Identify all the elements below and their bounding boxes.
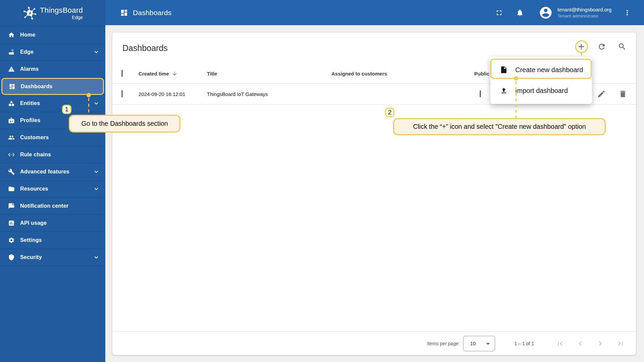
step2-badge: 2 — [385, 108, 394, 117]
user-menu[interactable]: tenant@thingsboard.org Tenant administra… — [539, 6, 616, 20]
people-icon — [8, 134, 15, 141]
column-header-assigned[interactable]: Assigned to customers — [331, 71, 474, 76]
sidebar-item-label: API usage — [20, 220, 47, 226]
sidebar-item-security[interactable]: Security — [0, 249, 105, 266]
last-page-icon — [616, 339, 625, 348]
folder-icon — [8, 186, 15, 192]
sidebar-item-alarms[interactable]: Alarms — [0, 61, 105, 78]
brand-name: ThingsBoard — [40, 7, 83, 14]
notifications-bell-icon — [516, 9, 524, 17]
select-all-checkbox[interactable] — [121, 70, 123, 77]
refresh-button[interactable] — [595, 40, 608, 53]
step2-menu-item-highlight-ring — [490, 59, 592, 79]
card-title: Dashboards — [122, 43, 168, 53]
sidebar-item-label: Home — [20, 32, 35, 38]
sidebar-item-label: Alarms — [20, 66, 39, 72]
page-title-group: Dashboards — [105, 9, 171, 17]
sidebar-item-label: Dashboards — [21, 84, 52, 90]
fullscreen-button[interactable] — [492, 6, 506, 19]
items-per-page-label: Items per page: — [427, 341, 460, 346]
public-checkbox[interactable] — [480, 90, 481, 97]
delete-dashboard-button[interactable] — [616, 87, 630, 101]
sidebar-item-label: Rule chains — [20, 152, 51, 158]
next-page-button[interactable] — [594, 337, 607, 350]
items-per-page-value: 10 — [470, 341, 476, 346]
dropdown-caret-icon — [486, 343, 490, 345]
sidebar-nav: Home Edge Alarms Dashboards Entities Pro… — [0, 27, 105, 266]
column-header-created-time[interactable]: Created time — [139, 71, 207, 76]
sidebar-item-api-usage[interactable]: API usage — [0, 215, 105, 232]
cell-created-time: 2024-09-20 16:12:01 — [139, 91, 207, 97]
topbar-actions: tenant@thingsboard.org Tenant administra… — [492, 6, 644, 20]
home-icon — [8, 32, 15, 38]
gear-icon — [8, 237, 15, 244]
upload-icon — [500, 87, 508, 95]
sidebar-item-edge[interactable]: Edge — [0, 44, 105, 61]
more-menu-button[interactable] — [623, 6, 631, 19]
next-page-icon — [596, 339, 605, 348]
step1-callout: Go to the Dashboards section — [69, 115, 180, 133]
sidebar-item-rule-chains[interactable]: Rule chains — [0, 146, 105, 163]
row-checkbox[interactable] — [121, 90, 123, 97]
notification-bubble-icon — [8, 203, 15, 209]
sidebar-item-label: Settings — [20, 237, 42, 243]
sidebar-item-label: Resources — [20, 186, 48, 192]
user-role: Tenant administrator — [557, 13, 616, 18]
top-bar: Dashboards tenant@thingsboard.org Tenant… — [105, 0, 644, 25]
router-icon — [8, 49, 15, 55]
sidebar-item-label: Customers — [20, 135, 49, 141]
brand-edition: Edge — [40, 15, 83, 20]
search-icon — [618, 42, 627, 51]
sort-arrow-down-icon — [172, 71, 177, 76]
step2-plus-highlight-ring — [575, 40, 588, 53]
sidebar: ThingsBoard Edge Home Edge Alarms Dashbo… — [0, 0, 105, 362]
badge-icon — [8, 117, 15, 124]
notifications-button[interactable] — [513, 6, 527, 19]
thingsboard-logo[interactable]: ThingsBoard Edge — [0, 0, 105, 27]
chart-box-icon — [8, 220, 15, 226]
dashboards-grid-icon — [9, 83, 15, 90]
prev-page-icon — [576, 339, 585, 348]
shield-icon — [8, 254, 15, 261]
chevron-down-icon — [93, 168, 100, 175]
ethernet-code-icon — [8, 151, 15, 158]
items-per-page-select[interactable]: 10 — [463, 336, 495, 351]
fullscreen-icon — [495, 9, 503, 17]
more-vert-icon — [623, 9, 631, 17]
sidebar-item-notification-center[interactable]: Notification center — [0, 198, 105, 215]
sidebar-item-home[interactable]: Home — [0, 27, 105, 44]
search-button[interactable] — [615, 40, 629, 53]
sidebar-item-entities[interactable]: Entities — [0, 95, 105, 112]
warning-triangle-icon — [8, 66, 15, 72]
dashboards-grid-icon — [120, 9, 128, 17]
step1-badge: 1 — [62, 105, 71, 114]
sidebar-item-advanced-features[interactable]: Advanced features — [0, 163, 105, 180]
paginator: Items per page: 10 1 – 1 of 1 — [112, 331, 636, 355]
last-page-button[interactable] — [614, 337, 627, 350]
prev-page-button[interactable] — [574, 337, 587, 350]
step2-dashed-line-top — [581, 53, 582, 57]
category-shapes-icon — [8, 100, 15, 107]
chevron-down-icon — [93, 100, 100, 107]
first-page-button[interactable] — [553, 337, 567, 350]
delete-trash-icon — [619, 90, 627, 98]
chevron-down-icon — [93, 254, 100, 261]
menu-item-label: Import dashboard — [515, 87, 568, 95]
menu-item-import-dashboard[interactable]: Import dashboard — [490, 80, 592, 101]
sidebar-item-dashboards[interactable]: Dashboards — [1, 78, 104, 95]
first-page-icon — [556, 339, 565, 348]
thingsboard-logo-icon — [22, 6, 37, 20]
step2-connector-dot — [514, 76, 518, 81]
sidebar-item-settings[interactable]: Settings — [0, 232, 105, 249]
column-header-title[interactable]: Title — [207, 71, 331, 76]
page-title: Dashboards — [133, 9, 171, 17]
sidebar-item-label: Edge — [20, 49, 34, 55]
cell-title: ThingsBoard IoT Gateways — [207, 91, 331, 97]
user-email: tenant@thingsboard.org — [557, 7, 616, 12]
account-circle-icon — [539, 6, 553, 20]
wrench-icon — [8, 168, 15, 175]
edit-dashboard-button[interactable] — [595, 87, 608, 101]
sidebar-item-label: Security — [20, 254, 42, 260]
sidebar-item-resources[interactable]: Resources — [0, 180, 105, 198]
chevron-down-icon — [93, 48, 100, 56]
